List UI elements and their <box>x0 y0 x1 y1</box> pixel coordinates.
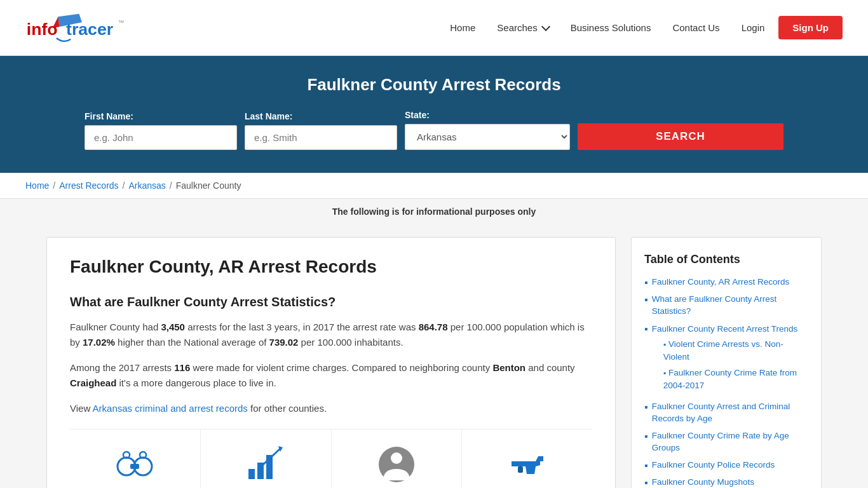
first-name-group: First Name: <box>85 111 237 150</box>
toc-link-5[interactable]: Faulkner County Crime Rate by Age Groups <box>652 430 808 454</box>
toc-item-1: ▪ Faulkner County, AR Arrest Records <box>644 276 808 288</box>
toc-item-6: ▪ Faulkner County Police Records <box>644 459 808 471</box>
toc-link-3[interactable]: Faulkner County Recent Arrest Trends <box>652 324 798 334</box>
last-name-group: Last Name: <box>245 111 397 150</box>
toc-link-1[interactable]: Faulkner County, AR Arrest Records <box>652 276 790 288</box>
search-button[interactable]: SEARCH <box>578 123 783 150</box>
toc-item-4: ▪ Faulkner County Arrest and Criminal Re… <box>644 401 808 425</box>
main-nav: Home Searches Business Solutions Contact… <box>442 16 843 39</box>
toc-bullet-4: ▪ <box>644 402 648 413</box>
article: Faulkner County, AR Arrest Records What … <box>46 237 616 488</box>
toc-subitem-3-1: ▪ Violent Crime Arrests vs. Non-Violent <box>663 338 808 363</box>
toc-bullet-2: ▪ <box>644 294 648 306</box>
breadcrumb-bar: Home / Arrest Records / Arkansas / Faulk… <box>0 173 868 199</box>
nav-business[interactable]: Business Solutions <box>563 17 659 38</box>
breadcrumb-county: Faulkner County <box>176 180 241 191</box>
svg-text:info: info <box>27 19 58 38</box>
toc-item-7: ▪ Faulkner County Mugshots <box>644 477 808 488</box>
toc-link-7[interactable]: Faulkner County Mugshots <box>652 477 754 488</box>
breadcrumb-arkansas[interactable]: Arkansas <box>129 180 166 191</box>
toc-bullet-1: ▪ <box>644 277 648 288</box>
toc-item-3: ▪ Faulkner County Recent Arrest Trends ▪… <box>644 323 808 396</box>
toc-bullet-7: ▪ <box>644 477 648 488</box>
icons-row <box>70 429 592 488</box>
nav-home[interactable]: Home <box>442 17 483 38</box>
toc-link-6[interactable]: Faulkner County Police Records <box>652 459 775 471</box>
nav-contact[interactable]: Contact Us <box>665 17 727 38</box>
breadcrumb-sep-1: / <box>53 180 55 191</box>
toc-link-2[interactable]: What are Faulkner County Arrest Statisti… <box>652 294 808 318</box>
toc-subitem-3-2: ▪ Faulkner County Crime Rate from 2004-2… <box>663 367 808 392</box>
toc-bullet-6: ▪ <box>644 460 648 471</box>
icon-cell-gun <box>462 430 592 488</box>
toc-item-5: ▪ Faulkner County Crime Rate by Age Grou… <box>644 430 808 454</box>
breadcrumb-arrest-records[interactable]: Arrest Records <box>59 180 118 191</box>
state-group: State: Arkansas Alabama Alaska Arizona C… <box>405 110 570 150</box>
svg-point-16 <box>391 452 402 464</box>
toc-sublink-3-1[interactable]: Violent Crime Arrests vs. Non-Violent <box>663 339 783 362</box>
svg-rect-10 <box>248 469 255 479</box>
toc-link-4[interactable]: Faulkner County Arrest and Criminal Reco… <box>652 401 808 425</box>
icon-cell-person <box>332 430 463 488</box>
toc-sidebar: Table of Contents ▪ Faulkner County, AR … <box>631 237 822 488</box>
svg-text:™: ™ <box>118 18 125 25</box>
toc-sublist-3: ▪ Violent Crime Arrests vs. Non-Violent … <box>663 338 808 393</box>
article-paragraph-2: Among the 2017 arrests 116 were made for… <box>70 360 592 391</box>
toc-list: ▪ Faulkner County, AR Arrest Records ▪ W… <box>644 276 808 488</box>
hero-section: Faulkner County Arrest Records First Nam… <box>0 56 868 173</box>
last-name-label: Last Name: <box>245 111 397 121</box>
nav-searches[interactable]: Searches <box>489 17 556 38</box>
signup-button[interactable]: Sign Up <box>778 16 843 39</box>
toc-sublink-3-2[interactable]: Faulkner County Crime Rate from 2004-201… <box>663 368 797 390</box>
site-header: info tracer ™ Home Searches Business Sol… <box>0 0 868 56</box>
toc-bullet-3: ▪ <box>644 323 648 335</box>
search-form: First Name: Last Name: State: Arkansas A… <box>85 110 783 150</box>
breadcrumb-sep-3: / <box>170 180 172 191</box>
first-name-label: First Name: <box>85 111 237 121</box>
breadcrumb-home[interactable]: Home <box>25 180 49 191</box>
toc-sub-bullet-3-2: ▪ <box>663 369 666 377</box>
article-view-link-para: View Arkansas criminal and arrest record… <box>70 401 592 416</box>
person-icon <box>374 442 419 487</box>
hero-title: Faulkner County Arrest Records <box>25 75 843 95</box>
toc-sub-bullet-3-1: ▪ <box>663 340 666 349</box>
toc-bullet-5: ▪ <box>644 431 648 442</box>
login-button[interactable]: Login <box>734 17 773 38</box>
toc-heading: Table of Contents <box>644 253 808 266</box>
article-paragraph-1: Faulkner County had 3,450 arrests for th… <box>70 320 592 350</box>
last-name-input[interactable] <box>245 125 397 150</box>
svg-rect-17 <box>518 466 523 473</box>
info-note: The following is for informational purpo… <box>0 199 868 224</box>
section1-heading: What are Faulkner County Arrest Statisti… <box>70 295 592 309</box>
article-title: Faulkner County, AR Arrest Records <box>70 257 592 277</box>
main-content: Faulkner County, AR Arrest Records What … <box>21 224 847 488</box>
state-label: State: <box>405 110 570 120</box>
state-select[interactable]: Arkansas Alabama Alaska Arizona Californ… <box>405 124 570 150</box>
arkansas-records-link[interactable]: Arkansas criminal and arrest records <box>93 403 248 414</box>
icon-cell-chart <box>201 430 332 488</box>
icon-cell-handcuffs <box>70 430 201 488</box>
gun-icon <box>505 442 550 487</box>
toc-item-2: ▪ What are Faulkner County Arrest Statis… <box>644 294 808 318</box>
breadcrumb: Home / Arrest Records / Arkansas / Faulk… <box>25 180 843 191</box>
breadcrumb-sep-2: / <box>123 180 125 191</box>
handcuffs-icon <box>112 442 157 487</box>
chart-icon <box>243 442 288 487</box>
first-name-input[interactable] <box>85 125 237 150</box>
svg-rect-5 <box>130 464 139 469</box>
chevron-down-icon <box>541 22 550 31</box>
logo[interactable]: info tracer ™ <box>25 9 127 47</box>
